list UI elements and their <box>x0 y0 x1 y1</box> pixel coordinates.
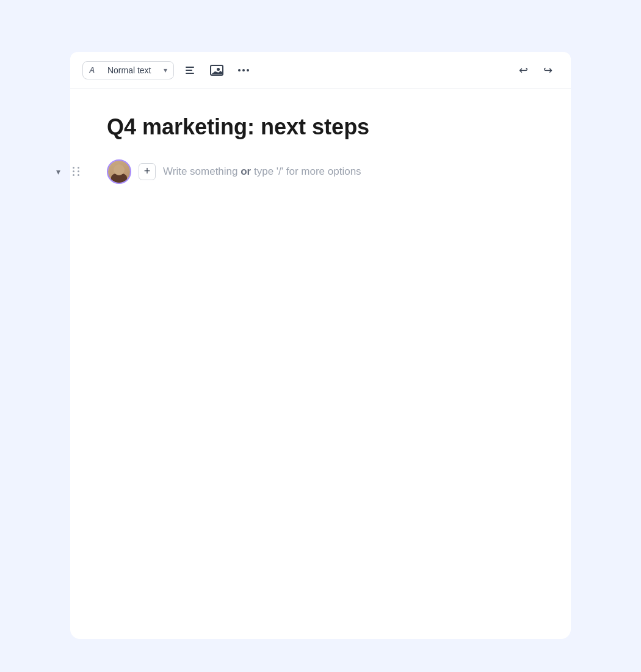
left-controls: ▾ <box>52 166 82 178</box>
avatar <box>107 159 131 184</box>
placeholder-text-part2: type '/' for more options <box>251 166 361 177</box>
list-icon <box>186 67 194 74</box>
text-style-label: Normal text <box>98 65 160 75</box>
collapse-button[interactable]: ▾ <box>52 166 64 178</box>
drag-handle[interactable] <box>70 166 82 178</box>
text-style-dropdown[interactable]: A Normal text ▾ <box>82 61 174 79</box>
avatar-image <box>108 161 130 183</box>
undo-button[interactable] <box>512 59 534 81</box>
toolbar-right <box>512 59 559 81</box>
more-icon <box>238 69 249 71</box>
chevron-down-icon: ▾ <box>164 66 167 75</box>
redo-button[interactable] <box>537 59 559 81</box>
placeholder-bold: or <box>241 166 251 177</box>
editor-body[interactable]: Q4 marketing: next steps ▾ <box>70 89 571 639</box>
chevron-right-icon: ▾ <box>56 167 60 177</box>
more-options-button[interactable] <box>233 59 255 81</box>
image-icon <box>210 65 223 76</box>
text-type-icon: A <box>89 65 95 75</box>
toolbar: A Normal text ▾ <box>70 52 571 89</box>
document-title: Q4 marketing: next steps <box>107 114 534 140</box>
editor-line: ▾ + Write something o <box>107 159 534 184</box>
editor-placeholder[interactable]: Write something or type '/' for more opt… <box>163 164 361 180</box>
image-button[interactable] <box>206 59 228 81</box>
plus-icon: + <box>144 165 151 178</box>
redo-icon <box>543 64 552 77</box>
undo-icon <box>519 64 528 77</box>
placeholder-text-part1: Write something <box>163 166 241 177</box>
drag-dots-icon <box>73 167 81 176</box>
editor-wrapper: A Normal text ▾ Q4 <box>70 52 571 639</box>
add-block-button[interactable]: + <box>139 163 156 180</box>
list-button[interactable] <box>179 59 201 81</box>
